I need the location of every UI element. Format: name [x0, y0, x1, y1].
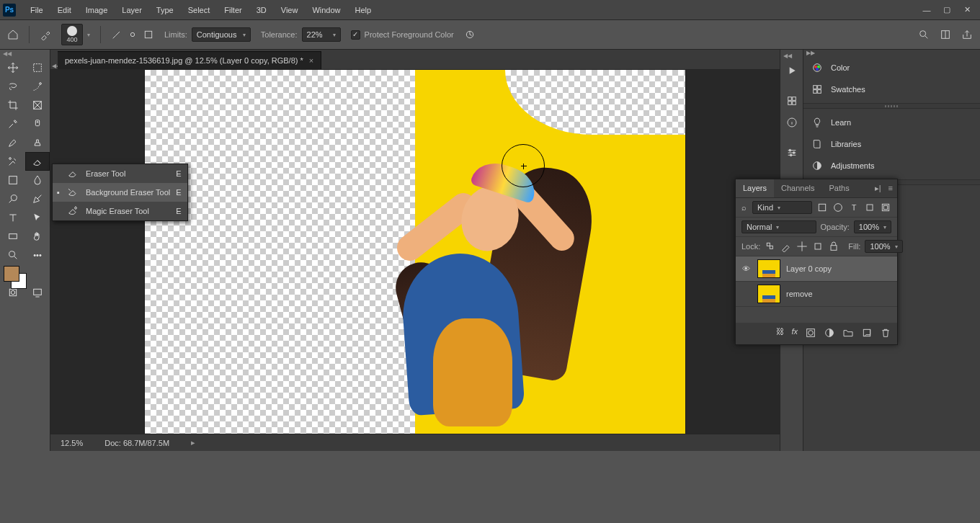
blur-tool[interactable]	[25, 171, 50, 189]
new-layer-icon[interactable]	[861, 327, 873, 340]
menu-layer[interactable]: Layer	[115, 0, 149, 20]
menu-3d[interactable]: 3D	[249, 0, 274, 20]
foreground-color-swatch[interactable]	[4, 266, 19, 282]
layers-floating-panel[interactable]: Layers Channels Paths ▸| ≡ ⌕ Kind▾ T Nor…	[735, 179, 898, 345]
filter-adjust-icon[interactable]	[832, 202, 844, 213]
quick-select-tool[interactable]	[25, 77, 50, 96]
share-icon[interactable]	[961, 29, 973, 40]
strip-collapse-handle[interactable]: ◀◀	[780, 53, 792, 59]
flyout-magic-eraser-tool[interactable]: Magic Eraser Tool E	[53, 202, 187, 220]
menu-edit[interactable]: Edit	[50, 0, 79, 20]
sampling-swatch-icon[interactable]	[143, 29, 154, 40]
status-doc-size[interactable]: Doc: 68.7M/87.5M	[104, 439, 169, 447]
healing-brush-tool[interactable]	[25, 115, 50, 133]
rectangle-tool[interactable]	[1, 227, 25, 246]
flyout-background-eraser-tool[interactable]: ▪ Background Eraser Tool E	[53, 183, 187, 202]
menu-filter[interactable]: Filter	[217, 0, 249, 20]
tab-layers[interactable]: Layers	[736, 179, 774, 197]
filter-type-icon[interactable]: T	[848, 202, 860, 213]
panel-adjustments[interactable]: Adjustments	[803, 155, 980, 176]
tab-channels[interactable]: Channels	[774, 179, 821, 197]
move-tool[interactable]	[1, 58, 25, 77]
lock-transparency-icon[interactable]	[765, 241, 776, 252]
more-tools[interactable]: •••	[25, 246, 50, 264]
layer-row[interactable]: remove	[736, 282, 897, 307]
crop-tool[interactable]	[1, 96, 25, 115]
rect-marquee-tool[interactable]	[25, 58, 50, 77]
tab-close-icon[interactable]: ×	[309, 56, 313, 65]
close-button[interactable]: ✕	[957, 0, 977, 20]
brush-picker[interactable]: 400 ▾	[61, 24, 90, 45]
menu-view[interactable]: View	[274, 0, 306, 20]
flyout-eraser-tool[interactable]: Eraser Tool E	[53, 164, 187, 183]
sampling-once-icon[interactable]	[127, 29, 138, 40]
pen-pressure-icon[interactable]	[464, 29, 476, 40]
menu-window[interactable]: Window	[305, 0, 347, 20]
layer-fx-icon[interactable]: fx	[791, 327, 798, 340]
maximize-button[interactable]: ▢	[937, 0, 957, 20]
panel-color[interactable]: Color	[803, 57, 980, 79]
eraser-tool[interactable]	[25, 152, 50, 171]
menu-select[interactable]: Select	[181, 0, 218, 20]
grid-icon[interactable]	[782, 91, 802, 111]
filter-smart-icon[interactable]	[880, 202, 891, 213]
status-chevron-icon[interactable]: ▸	[191, 438, 195, 447]
layer-name[interactable]: Layer 0 copy	[786, 264, 832, 273]
palette-collapse-handle[interactable]: ◀◀	[0, 50, 50, 57]
right-collapse-handle[interactable]: ▶▶	[803, 50, 980, 57]
panel-swatches[interactable]: Swatches	[803, 79, 980, 100]
history-brush-tool[interactable]	[1, 152, 25, 171]
adjustments-icon[interactable]	[782, 143, 802, 163]
panel-libraries[interactable]: Libraries	[803, 133, 980, 155]
filter-search-icon[interactable]: ⌕	[741, 203, 747, 212]
filter-kind-dropdown[interactable]: Kind▾	[752, 201, 812, 214]
canvas-viewport[interactable]	[50, 70, 780, 434]
document-tab[interactable]: pexels-juan-mendez-1536619.jpg @ 12.5% (…	[58, 51, 321, 69]
layer-mask-icon[interactable]	[805, 327, 816, 340]
sampling-continuous-icon[interactable]	[111, 29, 122, 40]
panel-menu-icon[interactable]: ≡	[884, 179, 897, 197]
minimize-button[interactable]: ―	[917, 0, 937, 20]
workspace-switcher-icon[interactable]	[940, 29, 951, 40]
layer-thumbnail[interactable]	[757, 285, 780, 303]
group-layers-icon[interactable]	[842, 327, 854, 340]
menu-help[interactable]: Help	[348, 0, 379, 20]
clone-stamp-tool[interactable]	[25, 133, 50, 152]
opacity-input[interactable]: 100%▾	[854, 220, 891, 233]
visibility-toggle-icon[interactable]: 👁	[740, 264, 752, 273]
play-icon[interactable]	[782, 61, 802, 81]
dodge-tool[interactable]	[1, 189, 25, 208]
brush-tool[interactable]	[1, 133, 25, 152]
tolerance-input[interactable]: 22%▾	[302, 27, 341, 42]
panel-dock-icon[interactable]: ▸|	[872, 179, 884, 197]
adjustment-layer-icon[interactable]	[824, 327, 835, 340]
document-canvas[interactable]	[145, 70, 685, 434]
frame-tool[interactable]	[25, 96, 50, 115]
panel-learn[interactable]: Learn	[803, 112, 980, 133]
path-select-tool[interactable]	[25, 208, 50, 227]
fill-input[interactable]: 100%▾	[865, 240, 902, 253]
menu-image[interactable]: Image	[79, 0, 115, 20]
status-zoom[interactable]: 12.5%	[61, 439, 83, 447]
lock-artboard-icon[interactable]	[812, 241, 824, 252]
eyedropper-tool[interactable]	[1, 115, 25, 133]
lock-paint-icon[interactable]	[780, 241, 792, 252]
limits-dropdown[interactable]: Contiguous▾	[192, 27, 251, 42]
layer-thumbnail[interactable]	[757, 259, 780, 278]
search-icon[interactable]	[918, 29, 930, 40]
home-icon[interactable]	[7, 29, 19, 40]
menu-file[interactable]: File	[23, 0, 50, 20]
lasso-tool[interactable]	[1, 77, 25, 96]
screen-mode-toggle[interactable]	[25, 283, 50, 302]
lock-all-icon[interactable]	[828, 241, 839, 252]
link-layers-icon[interactable]: ⛓	[776, 327, 784, 340]
protect-fg-checkbox[interactable]	[351, 30, 360, 40]
info-icon[interactable]	[782, 112, 802, 133]
filter-shape-icon[interactable]	[864, 202, 876, 213]
current-tool-icon[interactable]	[40, 29, 51, 40]
blend-mode-dropdown[interactable]: Normal▾	[741, 220, 816, 233]
tab-paths[interactable]: Paths	[822, 179, 857, 197]
pen-tool[interactable]	[25, 189, 50, 208]
lock-position-icon[interactable]	[796, 241, 808, 252]
hand-tool[interactable]	[25, 227, 50, 246]
